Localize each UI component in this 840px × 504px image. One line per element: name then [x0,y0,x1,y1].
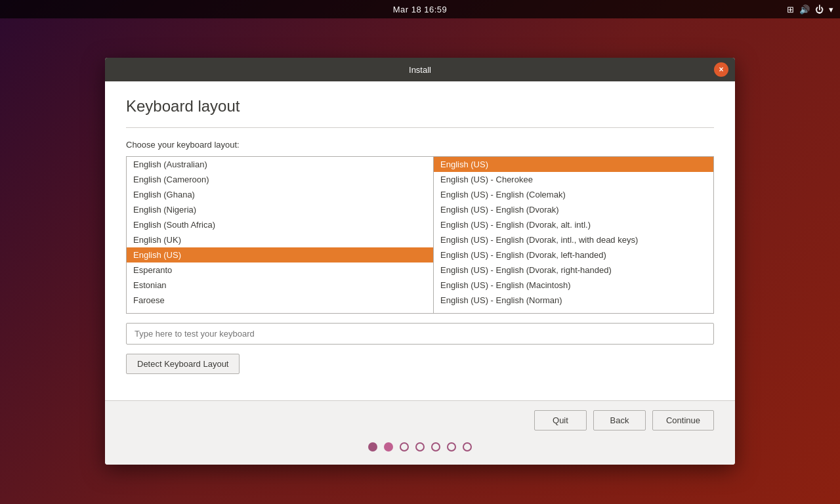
list-item[interactable]: English (US) - English (Norman) [434,293,713,308]
dialog-bottom: Quit Back Continue [105,400,735,465]
desktop: Install × Keyboard layout Choose your ke… [0,18,840,504]
progress-dot-3 [400,442,409,452]
list-item-selected[interactable]: English (US) [127,247,433,262]
back-button[interactable]: Back [593,410,646,430]
keyboard-test-input[interactable] [126,323,714,345]
list-item[interactable]: English (US) - English (Dvorak, alt. int… [434,217,713,232]
list-item-selected[interactable]: English (US) [434,157,713,172]
network-icon[interactable]: ⊞ [787,5,794,14]
progress-dot-1 [368,442,377,452]
continue-button[interactable]: Continue [652,410,714,430]
lists-container: English (Australian) English (Cameroon) … [126,156,714,314]
nav-buttons: Quit Back Continue [126,410,714,430]
progress-dots [126,442,714,452]
list-item[interactable]: English (Ghana) [127,187,433,202]
detect-keyboard-button[interactable]: Detect Keyboard Layout [126,354,240,374]
list-item[interactable]: English (US) - English (Dvorak, right-ha… [434,262,713,278]
dialog-title: Install [409,65,431,75]
close-button[interactable]: × [714,62,728,77]
topbar-icons: ⊞ 🔊 ⏻ ▾ [787,5,833,14]
progress-dot-5 [431,442,440,452]
page-heading: Keyboard layout [126,97,714,116]
list-item[interactable]: English (Australian) [127,157,433,172]
list-item[interactable]: English (US) - English (Dvorak, intl., w… [434,232,713,247]
list-item[interactable]: Estonian [127,278,433,293]
list-item[interactable]: English (US) - English (Colemak) [434,187,713,202]
list-item[interactable]: English (US) - English (Dvorak) [434,202,713,217]
list-item[interactable]: English (US) - English (Dvorak, left-han… [434,247,713,262]
progress-dot-4 [415,442,425,452]
list-item[interactable]: English (Cameroon) [127,172,433,187]
progress-dot-7 [463,442,472,452]
list-item[interactable]: Esperanto [127,262,433,278]
layout-right-list[interactable]: English (US) English (US) - Cherokee Eng… [433,156,714,314]
progress-dot-6 [447,442,456,452]
topbar-time: Mar 18 16:59 [393,5,448,14]
list-item[interactable]: English (US) - Cherokee [434,172,713,187]
list-item[interactable]: English (South Africa) [127,217,433,232]
dropdown-icon[interactable]: ▾ [829,5,833,14]
choose-label: Choose your keyboard layout: [126,140,714,150]
topbar: Mar 18 16:59 ⊞ 🔊 ⏻ ▾ [0,0,840,18]
list-item[interactable]: English (UK) [127,232,433,247]
quit-button[interactable]: Quit [534,410,587,430]
dialog-titlebar: Install × [105,58,735,81]
separator [126,127,714,128]
install-dialog: Install × Keyboard layout Choose your ke… [105,58,735,465]
progress-dot-2 [384,442,393,452]
volume-icon[interactable]: 🔊 [799,5,810,14]
power-icon[interactable]: ⏻ [815,5,824,14]
list-item[interactable]: English (US) - English (Macintosh) [434,278,713,293]
layout-left-list[interactable]: English (Australian) English (Cameroon) … [126,156,433,314]
dialog-content: Keyboard layout Choose your keyboard lay… [105,81,735,400]
list-item[interactable]: English (Nigeria) [127,202,433,217]
list-item[interactable]: Faroese [127,293,433,308]
